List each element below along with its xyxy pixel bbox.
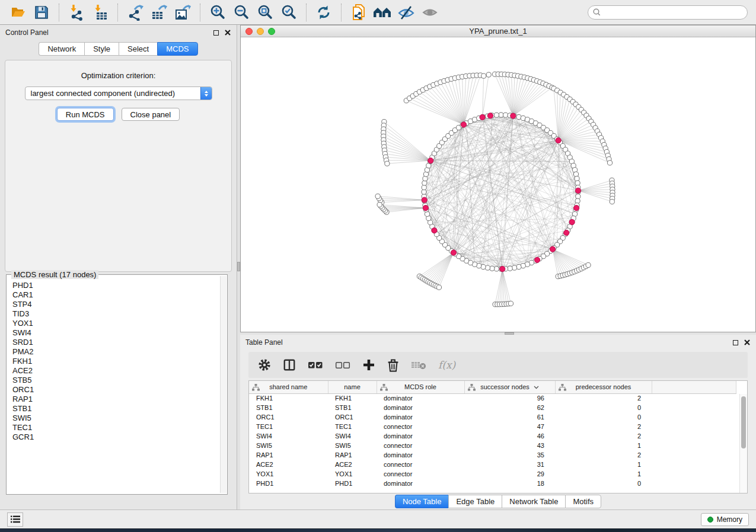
mcds-result-item[interactable]: PMA2 (8, 347, 220, 357)
table-cell[interactable]: 1 (555, 441, 652, 450)
export-network-icon[interactable] (126, 3, 145, 22)
mcds-result-scrollbar[interactable] (220, 276, 227, 493)
table-scrollbar[interactable] (739, 394, 747, 493)
table-cell[interactable]: ACE2 (249, 460, 328, 469)
table-cell[interactable]: SWI5 (249, 441, 328, 450)
table-cell[interactable]: STB1 (328, 403, 377, 412)
table-cell[interactable]: FKH1 (249, 393, 328, 403)
table-cell[interactable]: PHD1 (249, 479, 328, 488)
table-cell[interactable]: YOX1 (328, 469, 377, 479)
table-cell[interactable]: dominator (377, 450, 464, 460)
delete-table-icon[interactable] (411, 360, 426, 370)
table-row[interactable]: TEC1TEC1connector472 (249, 422, 736, 431)
table-row[interactable]: STB1STB1dominator620 (249, 403, 736, 412)
task-history-button[interactable] (7, 512, 23, 527)
import-network-icon[interactable] (67, 3, 86, 22)
network-window-titlebar[interactable]: YPA_prune.txt_1 (241, 25, 755, 37)
node-table-body[interactable]: FKH1FKH1dominator962STB1STB1dominator620… (249, 393, 736, 488)
import-table-icon[interactable] (91, 3, 110, 22)
tab-style[interactable]: Style (84, 42, 119, 56)
table-row[interactable]: ACE2ACE2connector311 (249, 460, 736, 469)
table-cell[interactable]: dominator (377, 431, 464, 441)
table-cell[interactable]: 35 (464, 450, 555, 460)
column-header-shared-name[interactable]: shared name (249, 381, 328, 393)
tab-select[interactable]: Select (119, 42, 157, 56)
mcds-result-item[interactable]: SWI5 (8, 414, 220, 423)
column-view-icon[interactable] (283, 358, 296, 371)
criterion-dropdown[interactable]: largest connected component (undirected) (25, 86, 212, 100)
table-cell[interactable]: dominator (377, 412, 464, 422)
float-panel-icon[interactable] (733, 340, 738, 345)
mcds-result-item[interactable]: TEC1 (8, 423, 220, 432)
table-cell[interactable]: 0 (555, 412, 652, 422)
table-cell[interactable]: dominator (377, 403, 464, 412)
save-session-icon[interactable] (32, 3, 51, 22)
table-cell[interactable]: connector (377, 469, 464, 479)
table-cell[interactable]: 1 (555, 460, 652, 469)
node-table-header[interactable]: shared namenameMCDS rolesuccessor nodesp… (249, 381, 736, 393)
table-cell[interactable]: 31 (464, 460, 555, 469)
table-cell[interactable]: YOX1 (249, 469, 328, 479)
table-cell[interactable]: dominator (377, 393, 464, 403)
delete-columns-icon[interactable] (387, 358, 399, 372)
tab-network[interactable]: Network (39, 42, 84, 56)
show-all-eye-icon[interactable] (420, 3, 439, 22)
zoom-fit-icon[interactable] (256, 3, 275, 22)
mcds-result-item[interactable]: ORC1 (8, 385, 220, 395)
search-box[interactable] (588, 5, 748, 20)
run-mcds-button[interactable]: Run MCDS (57, 108, 114, 121)
export-table-icon[interactable] (149, 3, 168, 22)
table-cell[interactable]: SWI4 (249, 431, 328, 441)
table-cell[interactable]: 2 (555, 431, 652, 441)
mcds-result-item[interactable]: ACE2 (8, 366, 220, 376)
table-cell[interactable]: 18 (464, 479, 555, 488)
column-header-name[interactable]: name (328, 381, 377, 393)
column-header-MCDS-role[interactable]: MCDS role (377, 381, 464, 393)
table-scrollbar-thumb[interactable] (741, 396, 746, 448)
network-canvas[interactable] (241, 37, 755, 332)
zoom-in-icon[interactable] (208, 3, 227, 22)
table-tab-network-table[interactable]: Network Table (502, 495, 565, 508)
table-cell[interactable]: 0 (555, 403, 652, 412)
table-cell[interactable]: RAP1 (328, 450, 377, 460)
unselect-all-columns-icon[interactable] (335, 360, 350, 370)
close-panel-icon[interactable] (225, 30, 231, 36)
table-row[interactable]: ORC1ORC1dominator610 (249, 412, 736, 422)
mcds-result-list[interactable]: PHD1CAR1STP4TID3YOX1SWI4SRD1PMA2FKH1ACE2… (8, 281, 220, 493)
table-cell[interactable]: 1 (555, 469, 652, 479)
close-panel-button[interactable]: Close panel (122, 108, 180, 121)
table-cell[interactable]: 29 (464, 469, 555, 479)
mcds-result-item[interactable]: PHD1 (8, 281, 220, 290)
table-cell[interactable]: SWI5 (328, 441, 377, 450)
dropdown-stepper-icon[interactable] (200, 86, 212, 100)
mcds-result-item[interactable]: GCR1 (8, 432, 220, 442)
mcds-result-item[interactable]: STP4 (8, 300, 220, 309)
mcds-result-item[interactable]: STB5 (8, 376, 220, 385)
table-cell[interactable]: 47 (464, 422, 555, 431)
table-cell[interactable]: FKH1 (328, 393, 377, 403)
table-tab-motifs[interactable]: Motifs (565, 495, 601, 508)
create-column-icon[interactable] (362, 358, 375, 371)
horizontal-splitter[interactable] (240, 332, 756, 335)
mcds-result-item[interactable]: SWI4 (8, 328, 220, 338)
column-header-predecessor-nodes[interactable]: predecessor nodes (555, 381, 652, 393)
table-settings-icon[interactable] (258, 358, 271, 371)
table-cell[interactable]: SWI4 (328, 431, 377, 441)
first-neighbors-icon[interactable] (373, 3, 392, 22)
table-tab-node-table[interactable]: Node Table (395, 495, 449, 508)
table-cell[interactable]: 2 (555, 422, 652, 431)
table-cell[interactable]: 46 (464, 431, 555, 441)
splitter-handle[interactable] (505, 332, 514, 335)
table-cell[interactable]: 0 (555, 479, 652, 488)
zoom-out-icon[interactable] (232, 3, 251, 22)
search-input[interactable] (604, 8, 742, 17)
function-builder-icon[interactable]: f(x) (438, 359, 455, 371)
table-cell[interactable]: 96 (464, 393, 555, 403)
table-row[interactable]: YOX1YOX1connector291 (249, 469, 736, 479)
table-cell[interactable]: 2 (555, 450, 652, 460)
table-cell[interactable]: RAP1 (249, 450, 328, 460)
memory-button[interactable]: Memory (701, 513, 749, 526)
mcds-result-item[interactable]: YOX1 (8, 319, 220, 328)
mcds-result-item[interactable]: FKH1 (8, 357, 220, 366)
table-tab-edge-table[interactable]: Edge Table (448, 495, 502, 508)
